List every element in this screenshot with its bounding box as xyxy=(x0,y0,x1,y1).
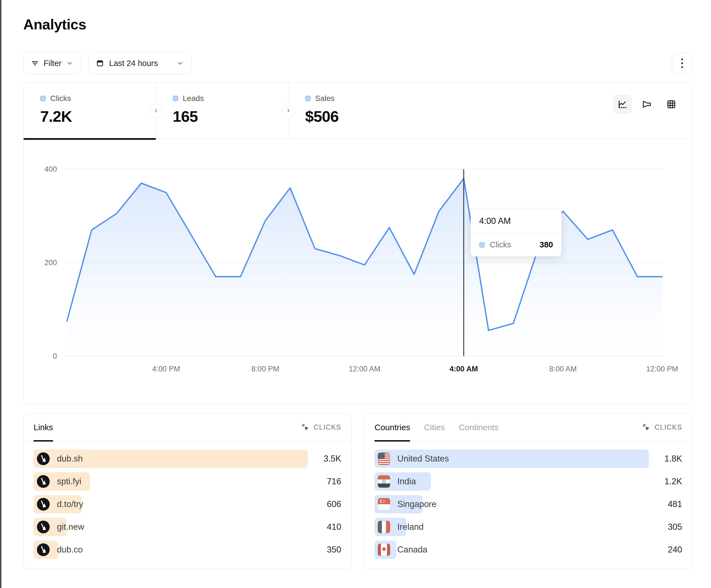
dub-logo-icon xyxy=(37,475,50,488)
funnel-view-button[interactable] xyxy=(638,95,656,113)
stat-tab-leads[interactable]: Leads 165 xyxy=(156,82,288,139)
tab-countries[interactable]: Countries xyxy=(374,413,410,441)
tooltip-series-label: Clicks xyxy=(490,240,511,249)
row-label: Ireland xyxy=(397,522,424,532)
row-label: Canada xyxy=(397,545,428,555)
countries-tabs: CountriesCitiesContinents xyxy=(374,413,499,441)
calendar-icon xyxy=(96,59,104,67)
links-metric-label: CLICKS xyxy=(314,423,341,431)
funnel-icon xyxy=(642,99,652,110)
tab-links[interactable]: Links xyxy=(34,413,53,441)
dub-logo-icon xyxy=(37,543,50,556)
tooltip-time: 4:00 AM xyxy=(471,209,561,233)
svg-text:8:00 AM: 8:00 AM xyxy=(549,365,577,373)
svg-text:400: 400 xyxy=(44,165,57,173)
country-row[interactable]: Ireland305 xyxy=(374,518,682,536)
link-row[interactable]: d.to/try606 xyxy=(34,495,341,513)
row-value: 1.2K xyxy=(649,476,682,487)
link-row[interactable]: dub.co350 xyxy=(34,541,341,559)
stat-label: Clicks xyxy=(50,94,71,103)
stats-row: Clicks 7.2K Leads 165 Sales xyxy=(24,82,692,139)
link-row[interactable]: spti.fyi716 xyxy=(34,472,341,491)
link-row[interactable]: dub.sh3.5K xyxy=(34,450,341,468)
date-range-button[interactable]: Last 24 hours xyxy=(88,52,192,74)
stat-tab-sales[interactable]: Sales $506 xyxy=(288,82,421,139)
stat-value: $506 xyxy=(305,107,421,126)
links-panel: Links CLICKS dub.sh3.5Kspti.fyi716d.to/t… xyxy=(23,413,351,569)
row-label: Singapore xyxy=(397,499,436,509)
chevron-down-icon xyxy=(66,59,73,67)
countries-panel-header: CountriesCitiesContinents CLICKS xyxy=(365,413,692,441)
filter-button-label: Filter xyxy=(44,59,61,68)
row-label: spti.fyi xyxy=(57,476,81,487)
country-row[interactable]: Singapore481 xyxy=(374,495,682,513)
row-value: 410 xyxy=(308,522,341,532)
dub-logo-icon xyxy=(37,498,50,511)
analytics-card: Clicks 7.2K Leads 165 Sales xyxy=(23,82,692,404)
row-label: United States xyxy=(397,454,449,464)
links-list: dub.sh3.5Kspti.fyi716d.to/try606git.new4… xyxy=(24,441,351,559)
row-label: d.to/try xyxy=(57,499,83,509)
countries-panel: CountriesCitiesContinents CLICKS United … xyxy=(364,413,692,569)
date-range-label: Last 24 hours xyxy=(109,59,158,68)
cursor-click-icon xyxy=(301,423,310,432)
tooltip-legend-square-icon xyxy=(479,242,485,248)
clicks-legend-square-icon xyxy=(40,96,46,101)
svg-text:12:00 AM: 12:00 AM xyxy=(349,365,380,373)
grid-table-icon xyxy=(666,99,676,110)
row-value: 350 xyxy=(308,545,341,555)
window-edge-strip xyxy=(0,0,1,588)
stat-value: 7.2K xyxy=(40,107,156,126)
tooltip-value: 380 xyxy=(540,240,553,249)
flag-us-icon xyxy=(378,453,390,465)
tab-continents[interactable]: Continents xyxy=(459,413,498,441)
row-label: dub.sh xyxy=(57,454,83,464)
chart-tooltip: 4:00 AM Clicks 380 xyxy=(471,209,562,256)
filter-button[interactable]: Filter xyxy=(23,52,81,74)
link-row[interactable]: git.new410 xyxy=(34,518,341,536)
flag-ca-icon xyxy=(378,544,390,556)
table-view-button[interactable] xyxy=(662,95,681,113)
svg-text:8:00 PM: 8:00 PM xyxy=(251,365,279,373)
stat-value: 165 xyxy=(173,107,288,126)
row-value: 1.8K xyxy=(649,454,682,464)
countries-metric[interactable]: CLICKS xyxy=(642,413,682,441)
svg-text:4:00 AM: 4:00 AM xyxy=(450,365,478,373)
chevron-right-icon xyxy=(285,108,292,114)
expand-leads-button[interactable] xyxy=(149,104,163,118)
kebab-vertical-icon xyxy=(681,59,683,60)
country-row[interactable]: Canada240 xyxy=(374,541,682,559)
clicks-area-chart[interactable]: 02004004:00 PM8:00 PM12:00 AM4:00 AM8:00… xyxy=(24,139,692,403)
row-label: dub.co xyxy=(57,545,83,555)
row-value: 716 xyxy=(308,476,341,487)
row-value: 481 xyxy=(649,499,682,509)
row-value: 305 xyxy=(649,522,682,532)
svg-text:4:00 PM: 4:00 PM xyxy=(152,365,180,373)
tab-cities[interactable]: Cities xyxy=(424,413,445,441)
chart-canvas[interactable]: 02004004:00 PM8:00 PM12:00 AM4:00 AM8:00… xyxy=(24,139,693,403)
country-row[interactable]: India1.2K xyxy=(374,472,682,491)
expand-sales-button[interactable] xyxy=(281,104,295,118)
dub-logo-icon xyxy=(37,452,50,465)
svg-text:0: 0 xyxy=(53,352,57,360)
page-title: Analytics xyxy=(23,16,86,33)
chart-view-switcher xyxy=(613,95,681,113)
country-row[interactable]: United States1.8K xyxy=(374,450,682,468)
filter-lines-icon xyxy=(31,59,39,67)
row-value: 3.5K xyxy=(308,454,341,464)
line-chart-icon xyxy=(617,99,628,110)
dub-logo-icon xyxy=(37,521,50,533)
chevron-right-icon xyxy=(153,108,159,114)
links-panel-header: Links CLICKS xyxy=(24,413,351,441)
more-options-button[interactable] xyxy=(672,53,692,74)
stat-tab-clicks[interactable]: Clicks 7.2K xyxy=(24,82,156,139)
cursor-click-icon xyxy=(642,423,651,432)
flag-sg-icon xyxy=(378,498,390,510)
row-label: git.new xyxy=(57,522,84,532)
svg-text:200: 200 xyxy=(44,258,57,267)
links-metric[interactable]: CLICKS xyxy=(301,413,341,441)
row-value: 240 xyxy=(649,545,682,555)
line-chart-view-button[interactable] xyxy=(613,95,631,113)
stat-label: Leads xyxy=(183,94,204,103)
chevron-down-icon xyxy=(176,59,184,67)
